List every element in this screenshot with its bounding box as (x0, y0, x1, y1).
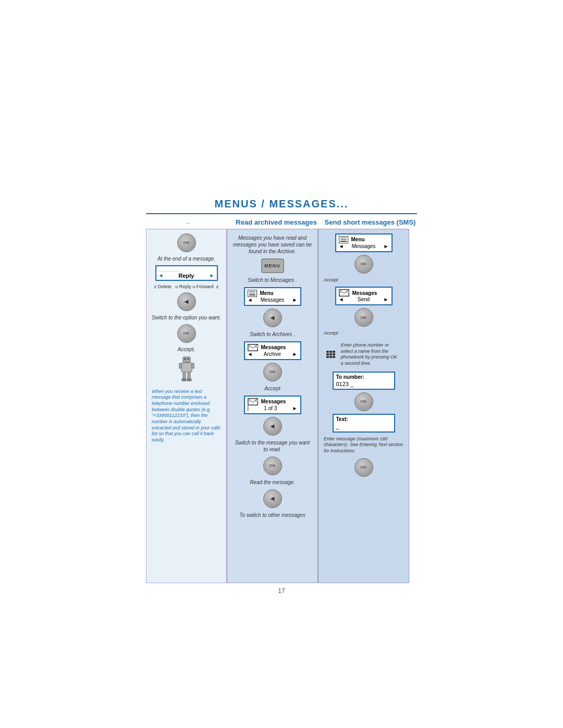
ok-button-1[interactable]: OK (177, 233, 196, 252)
menu-messages-label-1: Messages (261, 297, 285, 303)
mid-col-header: Read archived messages (229, 218, 323, 227)
accept-right-1: Accept (322, 276, 406, 285)
sms-menu-right-arrow: ► (384, 243, 389, 249)
to-number-value: 0123 _ (336, 381, 391, 387)
left-column: OK At the end of a message. ............… (146, 229, 227, 583)
keypad-icon (326, 351, 335, 358)
svg-point-2 (187, 358, 189, 360)
right-col-header: Send short messages (SMS) (323, 218, 417, 227)
switch-option-label: Switch to the option you want. (150, 314, 223, 321)
enter-message-label: Enter message (maximum 160 characters). … (322, 435, 406, 455)
switch-other-label: To switch to other messages (237, 511, 307, 520)
delete-row: z Delete u Reply u Forward z (150, 284, 223, 289)
text-input-box: Text: _ (333, 414, 395, 433)
switch-archives-label: Switch to Archives . (248, 330, 297, 339)
column-headers: ... Read archived messages Send short me… (146, 218, 417, 227)
to-number-box: To number: 0123 _ (333, 372, 395, 390)
ok-button-right-2[interactable]: OK (354, 308, 373, 327)
sms-menu-screen: Menu ◄ Messages ► (335, 233, 393, 252)
menu-left-arrow-1: ◄ (248, 297, 253, 303)
keypad-row: Enter phone number or select a name from… (326, 341, 401, 368)
msg-count-bar: | (248, 405, 249, 411)
svg-rect-12 (339, 290, 349, 296)
send-right-arrow: ► (384, 297, 389, 302)
reply-dots: ............ (158, 267, 215, 273)
messages-count-screen: Messages | 1 of 3 ► (244, 396, 301, 414)
switch-messages-label: Switch to Messages . (246, 276, 299, 285)
left-col-header: ... (146, 218, 229, 227)
text-box-value: _ (336, 423, 391, 429)
svg-rect-11 (248, 399, 258, 405)
menu-screen-title-1: Menu (260, 290, 274, 296)
nav-button-mid-1[interactable]: ◄ (263, 309, 282, 327)
archive-left-arrow: ◄ (248, 351, 253, 357)
send-label: Send (358, 297, 370, 302)
envelope-icon-3 (339, 289, 349, 297)
enter-phone-label: Enter phone number or select a name from… (339, 341, 401, 368)
svg-point-1 (184, 358, 186, 360)
blue-info-text: When you receive a text message that com… (150, 388, 223, 445)
nav-button-1[interactable]: ◄ (177, 292, 196, 311)
read-msg-label: Read the message. (248, 478, 297, 487)
sms-menu-messages: Messages (352, 243, 376, 249)
svg-rect-4 (179, 363, 181, 368)
nav-button-mid-2[interactable]: ◄ (263, 417, 282, 436)
text-box-label: Text: (336, 416, 391, 422)
sms-menu-title: Menu (351, 237, 365, 242)
msg-count-arrow: ► (292, 405, 298, 411)
ok-button-2[interactable]: OK (177, 324, 196, 343)
send-screen-title: Messages (352, 290, 377, 296)
menu-screen-1: Menu ◄ Messages ► (244, 287, 301, 306)
send-left-arrow: ◄ (339, 297, 344, 302)
middle-column: Messages you have read and messages you … (227, 229, 318, 583)
svg-rect-9 (187, 379, 191, 381)
bars-icon-2 (339, 236, 348, 243)
send-screen: Messages ◄ Send ► (335, 287, 393, 305)
page-title: Menus / Messages... (146, 198, 417, 210)
right-column: Menu ◄ Messages ► OK Accept Messages (318, 229, 409, 583)
nav-button-mid-3[interactable]: ◄ (263, 489, 282, 508)
ok-button-right-4[interactable]: OK (354, 458, 373, 477)
archive-screen-title: Messages (261, 344, 286, 350)
accept-mid-label: Accept (262, 384, 283, 393)
svg-rect-5 (192, 363, 194, 368)
ok-button-mid-2[interactable]: OK (263, 456, 282, 475)
svg-rect-3 (181, 363, 192, 372)
envelope-icon-2 (248, 398, 258, 405)
accept-label: Accept. (176, 346, 197, 353)
reply-label: Reply (179, 273, 194, 279)
sms-menu-left-arrow: ◄ (339, 243, 344, 249)
svg-rect-10 (248, 344, 258, 351)
title-divider (146, 213, 417, 214)
archive-screen: Messages ◄ Archive ► (244, 341, 301, 360)
reply-right-arrow: ► (210, 273, 215, 278)
msg-count-label: 1 of 3 (264, 405, 277, 411)
menu-button[interactable]: MENU (261, 258, 284, 273)
to-number-label: To number: (336, 374, 391, 380)
ok-button-right-1[interactable]: OK (354, 255, 373, 274)
svg-rect-0 (183, 357, 190, 362)
msg-count-title: Messages (261, 399, 286, 404)
page-container: Menus / Messages... ... Read archived me… (146, 198, 417, 595)
switch-msg-label: Switch to the message you want to read. (230, 438, 314, 454)
end-of-message-label: At the end of a message. (155, 255, 217, 262)
archive-right-arrow: ► (292, 351, 298, 357)
accept-right-2: Accept (322, 329, 406, 338)
robot-icon (179, 356, 194, 385)
envelope-icon-1 (248, 344, 258, 351)
menu-right-arrow-1: ► (292, 297, 298, 303)
main-content: OK At the end of a message. ............… (146, 229, 417, 583)
ok-button-mid-1[interactable]: OK (263, 363, 282, 381)
reply-box: ............ ◄ Reply ► (155, 265, 218, 281)
bars-icon-1 (248, 290, 257, 297)
reply-left-arrow: ◄ (158, 273, 164, 278)
page-number: 17 (146, 587, 417, 595)
ok-button-right-3[interactable]: OK (354, 392, 373, 411)
svg-rect-8 (182, 379, 186, 381)
archive-description: Messages you have read and messages you … (230, 233, 314, 256)
archive-label: Archive (264, 351, 281, 357)
